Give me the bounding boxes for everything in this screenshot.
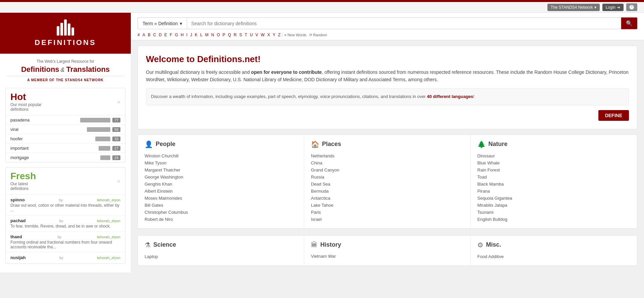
category-item[interactable]: Vietnam War: [311, 253, 464, 260]
alpha-link-k[interactable]: K: [195, 33, 198, 37]
places-header: 🏠 Places: [311, 140, 464, 148]
fresh-item[interactable]: nusijah by tehorah_elyon: [6, 252, 125, 263]
alpha-link-y[interactable]: Y: [273, 33, 275, 37]
category-item[interactable]: China: [311, 159, 464, 166]
network-button[interactable]: The STANDS4 Network ▾: [547, 4, 600, 11]
hot-count: 24: [112, 155, 120, 160]
alpha-link-x[interactable]: X: [267, 33, 270, 37]
category-item[interactable]: Bermuda: [311, 188, 464, 195]
hot-box: Hot Our most popular definitions » pasad…: [5, 88, 125, 162]
alpha-link-e[interactable]: E: [164, 33, 167, 37]
fresh-item-author[interactable]: tehorah_elyon: [97, 256, 120, 260]
welcome-info-link[interactable]: 40 different languages: [427, 94, 473, 99]
category-item[interactable]: Antarctica: [311, 195, 464, 202]
alpha-link-p[interactable]: P: [223, 33, 225, 37]
category-item[interactable]: Black Mamba: [477, 181, 630, 188]
logo[interactable]: DEFINITIONS: [0, 13, 131, 54]
category-item[interactable]: Margaret Thatcher: [145, 166, 297, 173]
alpha-link-t[interactable]: T: [245, 33, 247, 37]
hot-more-arrow[interactable]: »: [117, 98, 120, 105]
sidebar-tagline: The Web's Largest Resource for Definitio…: [0, 54, 131, 83]
category-item[interactable]: Dinosaur: [477, 152, 630, 159]
places-column: 🏠 Places NetherlandsChinaGrand CanyonRus…: [304, 135, 471, 228]
hot-item[interactable]: mortgage 24: [6, 153, 125, 162]
fresh-item-author[interactable]: tehorah_elyon: [97, 235, 120, 239]
alpha-link-n[interactable]: N: [211, 33, 214, 37]
search-button[interactable]: 🔍: [621, 17, 637, 29]
category-item[interactable]: Laptop: [145, 253, 297, 260]
hot-item[interactable]: pasadena 77: [6, 115, 125, 125]
alpha-link-h[interactable]: H: [181, 33, 184, 37]
category-item[interactable]: George Washington: [145, 173, 297, 181]
alpha-link-u[interactable]: U: [250, 33, 253, 37]
search-input[interactable]: [187, 17, 621, 29]
alpha-link-d[interactable]: D: [159, 33, 162, 37]
category-item[interactable]: Russia: [311, 173, 464, 181]
category-item[interactable]: English Bulldog: [477, 216, 630, 223]
category-item[interactable]: Blue Whale: [477, 159, 630, 166]
alpha-link-w[interactable]: W: [261, 33, 265, 37]
category-item[interactable]: Albert Einstein: [145, 188, 297, 195]
alpha-link-s[interactable]: S: [239, 33, 242, 37]
fresh-more-arrow[interactable]: »: [117, 178, 120, 185]
alpha-link-j[interactable]: J: [190, 33, 192, 37]
fresh-item-author[interactable]: tehorah_elyon: [97, 198, 120, 202]
fresh-item-term[interactable]: thaed: [10, 234, 22, 239]
category-item[interactable]: Paris: [311, 209, 464, 216]
alpha-link-m[interactable]: M: [205, 33, 208, 37]
fresh-item-author[interactable]: tehorah_elyon: [97, 219, 120, 223]
category-item[interactable]: Pirana: [477, 188, 630, 195]
category-item[interactable]: Moses Maimonides: [145, 195, 297, 202]
alpha-link-b[interactable]: B: [148, 33, 151, 37]
category-item[interactable]: Tsunami: [477, 209, 630, 216]
welcome-desc: Our multilingual dictionary is freely ac…: [146, 68, 629, 84]
alpha-link-o[interactable]: O: [217, 33, 220, 37]
welcome-info-end: !: [473, 94, 475, 99]
alpha-link-q[interactable]: Q: [228, 33, 231, 37]
fresh-item-term[interactable]: pachad: [10, 218, 26, 223]
fresh-item-term[interactable]: spinno: [10, 197, 25, 202]
alpha-link-l[interactable]: L: [200, 33, 203, 37]
alpha-link-i[interactable]: I: [186, 33, 187, 37]
category-item[interactable]: Netherlands: [311, 152, 464, 159]
search-type-button[interactable]: Term » Definition ▾: [138, 17, 187, 29]
fresh-item-term[interactable]: nusijah: [10, 255, 26, 260]
misc-header: ⚙ Misc.: [477, 241, 630, 249]
category-item[interactable]: Rain Forest: [477, 166, 630, 173]
login-button[interactable]: Login ➜: [602, 4, 624, 11]
category-item[interactable]: Christopher Columbus: [145, 209, 297, 216]
alpha-hash[interactable]: #: [138, 33, 140, 37]
category-item[interactable]: Bill Gates: [145, 202, 297, 209]
history-button[interactable]: 🕐: [626, 3, 637, 11]
category-item[interactable]: Grand Canyon: [311, 166, 464, 173]
category-item[interactable]: Toad: [477, 173, 630, 181]
fresh-item[interactable]: pachad by tehorah_elyon To fear, tremble…: [6, 215, 125, 231]
hot-item[interactable]: viral 59: [6, 125, 125, 134]
random-link[interactable]: ⟳ Random: [309, 33, 327, 37]
alpha-link-a[interactable]: A: [143, 33, 145, 37]
hot-item[interactable]: hoofer 33: [6, 134, 125, 143]
alpha-link-f[interactable]: F: [170, 33, 172, 37]
alpha-link-r[interactable]: R: [234, 33, 237, 37]
category-item[interactable]: Mirabilis Jalapa: [477, 202, 630, 209]
fresh-item[interactable]: thaed by tehorah_elyon Forming ordinal a…: [6, 231, 125, 252]
category-item[interactable]: Israel: [311, 216, 464, 223]
alpha-link-g[interactable]: G: [175, 33, 178, 37]
category-item[interactable]: Robert de Niro: [145, 216, 297, 223]
alpha-link-c[interactable]: C: [153, 33, 156, 37]
category-item[interactable]: Genghis Khan: [145, 181, 297, 188]
new-words-link[interactable]: ≡ New Words: [284, 33, 306, 37]
fresh-item[interactable]: spinno by tehorah_elyon Draw out wool, c…: [6, 194, 125, 215]
category-item[interactable]: Lake Tahoe: [311, 202, 464, 209]
category-item[interactable]: Winston Churchill: [145, 152, 297, 159]
category-item[interactable]: Dead Sea: [311, 181, 464, 188]
hot-item[interactable]: important 27: [6, 143, 125, 153]
define-button[interactable]: DEFINE: [598, 110, 629, 121]
nature-icon: 🌲: [477, 140, 486, 148]
alpha-link-v[interactable]: V: [256, 33, 258, 37]
alpha-link-z[interactable]: Z: [278, 33, 280, 37]
category-item[interactable]: Mike Tyson: [145, 159, 297, 166]
category-item[interactable]: Sequoia Gigantea: [477, 195, 630, 202]
category-item[interactable]: Food Additive: [477, 253, 630, 260]
hot-items-container: pasadena 77 viral 59 hoofer 33 important…: [6, 115, 125, 162]
